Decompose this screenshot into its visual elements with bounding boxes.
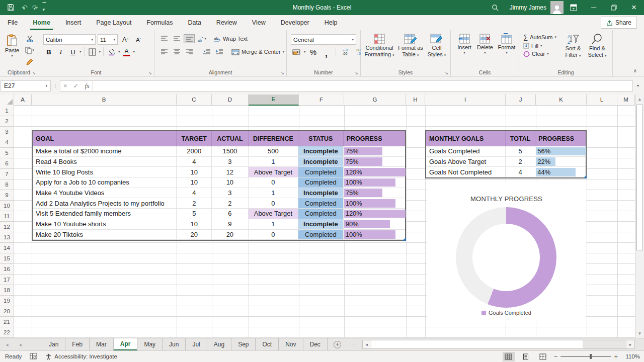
font-dialog-launcher-icon[interactable]: ↘ bbox=[148, 70, 152, 75]
cell-progress[interactable]: 75% bbox=[344, 146, 405, 157]
decrease-font-size-icon[interactable]: Aˇ bbox=[133, 35, 144, 44]
cell-progress[interactable]: 100% bbox=[344, 177, 405, 188]
cell-progress[interactable]: 56% bbox=[535, 146, 586, 157]
user-name[interactable]: Jimmy James bbox=[510, 4, 546, 11]
cell-target[interactable]: 10 bbox=[177, 167, 212, 177]
cell-target[interactable]: 4 bbox=[177, 188, 212, 199]
format-painter-icon[interactable] bbox=[24, 57, 35, 66]
increase-decimal-icon[interactable]: ←0.00 bbox=[340, 47, 351, 56]
macro-record-icon[interactable] bbox=[30, 353, 37, 360]
sheet-tab-aug[interactable]: Aug bbox=[207, 338, 231, 350]
column-header-J[interactable]: J bbox=[506, 95, 536, 106]
summary-header-progress[interactable]: PROGRESS bbox=[535, 131, 586, 146]
row-header-6[interactable]: 6 bbox=[0, 158, 14, 169]
tab-view[interactable]: View bbox=[245, 15, 273, 30]
undo-icon[interactable]: ↶▾ bbox=[22, 4, 25, 11]
cell-progress[interactable]: 75% bbox=[344, 188, 405, 199]
worksheet-grid[interactable]: ABCDEFGHIJKLM 12345678910111213141516171… bbox=[0, 95, 635, 338]
cell-label[interactable]: Goals Not Completed bbox=[426, 167, 506, 177]
sheet-tab-mar[interactable]: Mar bbox=[90, 338, 114, 350]
goals-header-target[interactable]: TARGET bbox=[177, 131, 212, 146]
cell-status[interactable]: Completed bbox=[298, 198, 344, 209]
cell-progress[interactable]: 120% bbox=[344, 167, 405, 177]
ribbon-display-options-icon[interactable] bbox=[564, 0, 584, 15]
cell-target[interactable]: 2000 bbox=[177, 146, 212, 157]
tab-review[interactable]: Review bbox=[209, 15, 245, 30]
sort-filter-button[interactable]: AZ Sort &Filter ▾ bbox=[561, 33, 585, 59]
normal-view-icon[interactable] bbox=[503, 352, 515, 361]
cell-goal[interactable]: Make 10 Youtube shorts bbox=[33, 219, 177, 230]
zoom-level[interactable]: 110% bbox=[623, 353, 640, 359]
cell-goal[interactable]: Make 4 Youtube Videos bbox=[33, 188, 177, 199]
align-middle-icon[interactable] bbox=[171, 34, 182, 43]
number-format-select[interactable]: General▾ bbox=[291, 34, 356, 45]
row-header-1[interactable]: 1 bbox=[0, 106, 14, 116]
zoom-out-icon[interactable]: − bbox=[554, 353, 558, 360]
cell-goal[interactable]: Read 4 Books bbox=[33, 157, 177, 167]
row-header-21[interactable]: 21 bbox=[0, 317, 14, 327]
accounting-dropdown-icon[interactable]: ▾ bbox=[304, 50, 306, 54]
table-row[interactable]: Make 4 Youtube Videos 4 3 1 Incomplete 7… bbox=[33, 188, 405, 199]
row-header-17[interactable]: 17 bbox=[0, 275, 14, 285]
align-bottom-icon[interactable] bbox=[184, 34, 195, 43]
cell-status[interactable]: Incomplete bbox=[298, 219, 344, 230]
find-select-button[interactable]: Find &Select ▾ bbox=[586, 33, 609, 59]
wrap-text-button[interactable]: ab Wrap Text bbox=[214, 36, 248, 42]
cancel-entry-icon[interactable]: × bbox=[63, 82, 67, 89]
cell-actual[interactable]: 3 bbox=[212, 157, 249, 167]
redo-icon[interactable]: ↷▾ bbox=[32, 4, 36, 11]
minimize-button[interactable]: ─ bbox=[584, 0, 604, 15]
column-header-K[interactable]: K bbox=[536, 95, 587, 106]
row-header-22[interactable]: 22 bbox=[0, 327, 14, 338]
column-header-F[interactable]: F bbox=[299, 95, 344, 106]
underline-button[interactable]: U bbox=[67, 47, 78, 56]
row-header-12[interactable]: 12 bbox=[0, 222, 14, 232]
cell-target[interactable]: 4 bbox=[177, 157, 212, 167]
fill-color-icon[interactable] bbox=[106, 47, 117, 56]
comma-style-icon[interactable]: , bbox=[321, 47, 332, 56]
borders-icon[interactable] bbox=[87, 47, 98, 56]
cell-status[interactable]: Incomplete bbox=[298, 146, 344, 157]
align-center-icon[interactable] bbox=[171, 47, 182, 56]
cell-target[interactable]: 20 bbox=[177, 230, 212, 240]
cell-progress[interactable]: 100% bbox=[344, 198, 405, 209]
cell-difference[interactable]: 1 bbox=[249, 157, 298, 167]
align-left-icon[interactable] bbox=[158, 47, 170, 56]
new-sheet-icon[interactable]: + bbox=[328, 338, 348, 350]
share-button[interactable]: Share bbox=[601, 17, 637, 29]
tab-home[interactable]: Home bbox=[25, 15, 58, 30]
clipboard-dialog-launcher-icon[interactable]: ↘ bbox=[32, 70, 36, 75]
cell-actual[interactable]: 12 bbox=[212, 167, 249, 177]
delete-cells-button[interactable]: Delete ▾ bbox=[475, 33, 495, 55]
column-header-E[interactable]: E bbox=[249, 95, 299, 106]
prev-sheet-icon[interactable]: ◂ bbox=[0, 338, 14, 350]
underline-dropdown-icon[interactable]: ▾ bbox=[79, 50, 82, 54]
table-row[interactable]: Goals Above Target 2 22% bbox=[426, 157, 586, 167]
tab-page-layout[interactable]: Page Layout bbox=[89, 15, 139, 30]
cell-target[interactable]: 2 bbox=[177, 198, 212, 209]
scroll-up-icon[interactable]: ▲ bbox=[635, 95, 644, 104]
row-header-7[interactable]: 7 bbox=[0, 169, 14, 179]
decrease-indent-icon[interactable] bbox=[201, 47, 212, 56]
cell-status[interactable]: Completed bbox=[298, 177, 344, 188]
cell-progress[interactable]: 90% bbox=[344, 219, 405, 230]
cell-difference[interactable]: 0 bbox=[249, 230, 298, 240]
sheet-tab-jan[interactable]: Jan bbox=[42, 338, 65, 350]
sheet-tab-jun[interactable]: Jun bbox=[163, 338, 186, 350]
increase-indent-icon[interactable] bbox=[214, 47, 225, 56]
align-top-icon[interactable] bbox=[158, 34, 170, 43]
table-resize-handle[interactable] bbox=[403, 237, 406, 241]
column-header-B[interactable]: B bbox=[32, 95, 177, 106]
italic-button[interactable]: I bbox=[55, 47, 66, 56]
goals-header-difference[interactable]: DIFFERENCE bbox=[249, 131, 298, 146]
orientation-icon[interactable]: ab▾ bbox=[196, 34, 207, 43]
row-header-5[interactable]: 5 bbox=[0, 148, 14, 158]
cell-progress[interactable]: 120% bbox=[344, 209, 405, 219]
alignment-dialog-launcher-icon[interactable]: ↘ bbox=[280, 70, 284, 75]
insert-function-icon[interactable]: fx bbox=[85, 82, 90, 90]
cell-difference[interactable]: 0 bbox=[249, 198, 298, 209]
cell-label[interactable]: Goals Above Target bbox=[426, 157, 506, 167]
collapse-ribbon-icon[interactable]: ∧ bbox=[633, 68, 637, 73]
table-row[interactable]: Add 2 Data Analytics Projects to my port… bbox=[33, 198, 405, 209]
row-header-13[interactable]: 13 bbox=[0, 232, 14, 243]
